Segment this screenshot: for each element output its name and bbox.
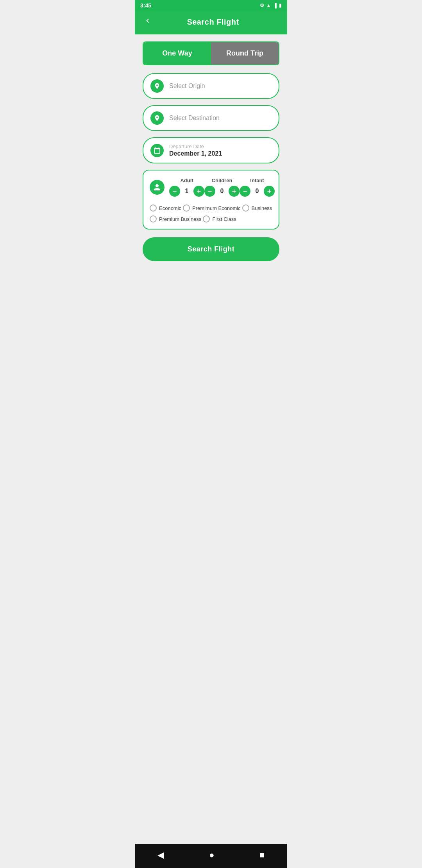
children-decrement[interactable]: − [204,186,215,197]
radio-economic [150,204,157,212]
class-business-label: Business [252,205,272,211]
trip-type-toggle: One Way Round Trip [143,41,279,65]
children-controls: − 0 + [204,186,240,197]
page-title: Search Flight [158,18,268,27]
class-options: Economic Premimum Economic Business Prem… [150,203,272,222]
settings-icon: ⚙ [260,3,264,8]
origin-placeholder: Select Origin [169,82,205,90]
destination-field[interactable]: Select Destination [143,105,279,131]
class-business[interactable]: Business [242,204,272,212]
one-way-button[interactable]: One Way [143,42,211,65]
adult-decrement[interactable]: − [169,186,180,197]
class-premium-business-label: Premium Business [159,216,201,222]
infant-decrement[interactable]: − [240,186,250,197]
battery-icon: ▮ [279,3,282,8]
passengers-row: Adult − 1 + Children − 0 + [150,178,272,197]
infant-count: 0 [254,188,261,195]
status-bar: 3:45 ⚙ ▲ ▐ ▮ [135,0,287,11]
radio-premium-economic [183,204,190,212]
search-flight-button[interactable]: Search Flight [143,237,279,261]
round-trip-button[interactable]: Round Trip [211,42,279,65]
destination-placeholder: Select Destination [169,115,220,122]
adult-count: 1 [183,188,190,195]
calendar-icon [150,144,164,157]
children-pax: Children − 0 + [204,178,240,197]
adult-pax: Adult − 1 + [169,178,204,197]
children-increment[interactable]: + [229,186,240,197]
back-button[interactable] [141,16,154,27]
passengers-card: Adult − 1 + Children − 0 + [143,170,279,230]
adult-increment[interactable]: + [193,186,204,197]
origin-field[interactable]: Select Origin [143,73,279,99]
children-label: Children [212,178,232,183]
main-content: One Way Round Trip Select Origin Select … [135,34,287,268]
radio-first-class [203,215,210,222]
person-icon [150,180,165,195]
class-premium-economic-label: Premimum Economic [192,205,241,211]
radio-business [242,204,249,212]
wifi-icon: ▲ [266,3,271,8]
class-first-class-label: First Class [212,216,236,222]
pax-group: Adult − 1 + Children − 0 + [169,178,275,197]
class-first-class[interactable]: First Class [203,215,236,222]
adult-controls: − 1 + [169,186,204,197]
status-icons: ⚙ ▲ ▐ ▮ [260,3,282,8]
radio-premium-business [150,215,157,222]
class-economic[interactable]: Economic [150,204,181,212]
origin-icon [150,79,164,93]
class-premium-economic[interactable]: Premimum Economic [183,204,241,212]
departure-date-value: December 1, 2021 [169,150,222,157]
infant-increment[interactable]: + [264,186,275,197]
destination-icon [150,111,164,125]
class-premium-business[interactable]: Premium Business [150,215,201,222]
departure-date-text: Departure Date December 1, 2021 [169,143,222,157]
status-time: 3:45 [140,2,151,9]
class-economic-label: Economic [159,205,181,211]
header: Search Flight [135,11,287,34]
infant-pax: Infant − 0 + [240,178,275,197]
departure-date-label: Departure Date [169,143,222,149]
infant-controls: − 0 + [240,186,275,197]
infant-label: Infant [250,178,264,183]
departure-date-field[interactable]: Departure Date December 1, 2021 [143,137,279,163]
children-count: 0 [218,188,225,195]
adult-label: Adult [180,178,193,183]
signal-icon: ▐ [273,3,277,8]
